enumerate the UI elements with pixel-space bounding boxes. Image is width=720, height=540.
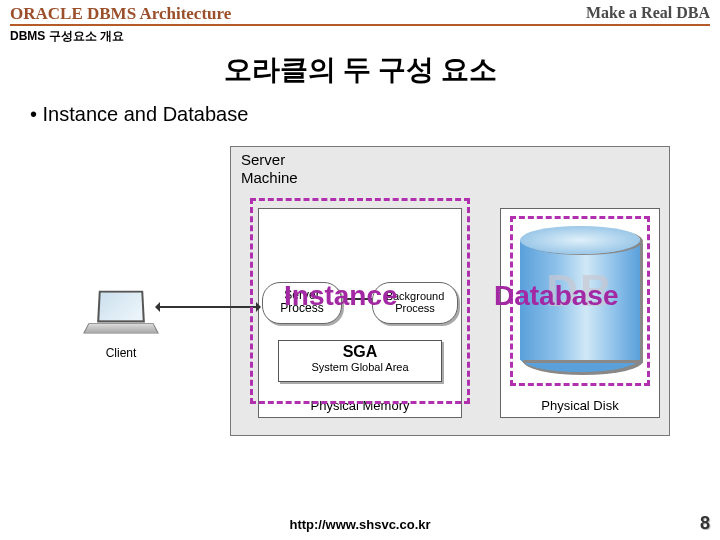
slide-header: ORACLE DBMS Architecture Make a Real DBA — [0, 0, 720, 26]
page-number: 8 — [700, 513, 710, 534]
client-label: Client — [86, 346, 156, 360]
slide-title: 오라클의 두 구성 요소 — [0, 51, 720, 89]
header-title-right: Make a Real DBA — [546, 4, 710, 26]
instance-overlay-label: Instance — [284, 280, 398, 312]
slide-subtitle: DBMS 구성요소 개요 — [0, 26, 720, 47]
bullet-instance-database: • Instance and Database — [0, 103, 720, 126]
footer-url: http://www.shsvc.co.kr — [0, 517, 720, 532]
client-double-arrow-icon — [156, 306, 260, 308]
physical-disk-label: Physical Disk — [501, 398, 659, 413]
header-title-left: ORACLE DBMS Architecture — [10, 4, 546, 26]
database-overlay-label: Database — [494, 280, 619, 312]
client-laptop-icon — [86, 290, 156, 340]
server-machine-label: Server Machine — [241, 151, 298, 187]
architecture-diagram: Server Machine Physical Memory Server Pr… — [0, 136, 720, 476]
